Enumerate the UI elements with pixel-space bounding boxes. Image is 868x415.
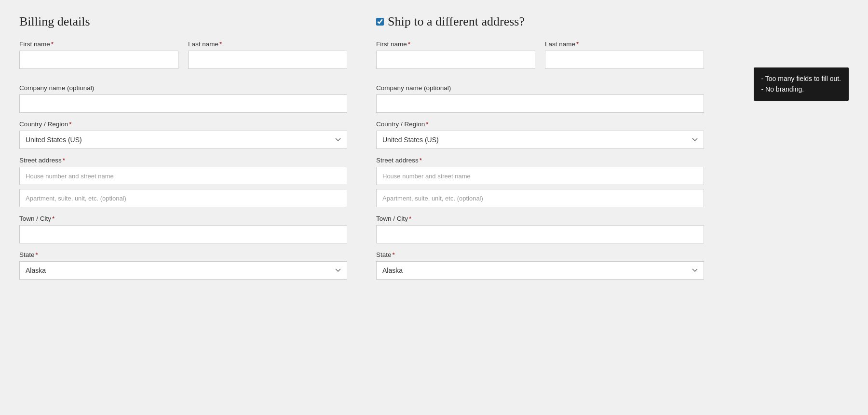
billing-city-group: Town / City* (19, 215, 347, 243)
billing-street-required: * (63, 157, 65, 164)
shipping-country-required: * (426, 120, 428, 128)
billing-company-input[interactable] (19, 94, 347, 113)
billing-section: Billing details First name* Last name* C… (19, 14, 347, 287)
shipping-first-name-input[interactable] (376, 51, 535, 69)
billing-last-name-input[interactable] (188, 51, 347, 69)
billing-first-name-label: First name* (19, 40, 178, 48)
page-wrapper: Billing details First name* Last name* C… (0, 0, 868, 302)
shipping-city-group: Town / City* (376, 215, 704, 243)
billing-street-input-2[interactable] (19, 189, 347, 207)
billing-city-label: Town / City* (19, 215, 347, 222)
shipping-state-label: State* (376, 251, 704, 258)
billing-title: Billing details (19, 14, 347, 29)
billing-city-input[interactable] (19, 225, 347, 243)
shipping-street-label: Street address* (376, 157, 704, 164)
billing-first-name-input[interactable] (19, 51, 178, 69)
shipping-state-group: State* Alaska (376, 251, 704, 280)
shipping-city-label: Town / City* (376, 215, 704, 222)
tooltip-line2: - No branding. (761, 84, 841, 94)
billing-name-row: First name* Last name* (19, 40, 347, 77)
shipping-last-name-group: Last name* (545, 40, 704, 69)
billing-city-required: * (52, 215, 54, 222)
billing-state-label: State* (19, 251, 347, 258)
billing-first-name-required: * (51, 40, 54, 48)
tooltip-box: - Too many fields to fill out. - No bran… (754, 67, 849, 101)
billing-state-group: State* Alaska (19, 251, 347, 280)
billing-street-label: Street address* (19, 157, 347, 164)
shipping-company-group: Company name (optional) (376, 84, 704, 113)
shipping-title: Ship to a different address? (388, 14, 525, 29)
shipping-first-name-group: First name* (376, 40, 535, 69)
shipping-last-name-required: * (576, 40, 579, 48)
billing-first-name-group: First name* (19, 40, 178, 69)
billing-state-required: * (36, 251, 38, 258)
tooltip-line1: - Too many fields to fill out. (761, 73, 841, 84)
billing-country-select[interactable]: United States (US) (19, 131, 347, 149)
shipping-last-name-input[interactable] (545, 51, 704, 69)
shipping-country-group: Country / Region* United States (US) (376, 120, 704, 149)
shipping-street-input-1[interactable] (376, 167, 704, 185)
billing-country-required: * (69, 120, 71, 128)
billing-company-label: Company name (optional) (19, 84, 347, 92)
billing-country-group: Country / Region* United States (US) (19, 120, 347, 149)
billing-street-input-1[interactable] (19, 167, 347, 185)
shipping-checkbox[interactable] (376, 18, 384, 26)
shipping-street-required: * (420, 157, 422, 164)
shipping-company-label: Company name (optional) (376, 84, 704, 92)
shipping-name-row: First name* Last name* (376, 40, 704, 77)
shipping-street-group: Street address* (376, 157, 704, 207)
shipping-state-select[interactable]: Alaska (376, 261, 704, 280)
shipping-country-select[interactable]: United States (US) (376, 131, 704, 149)
billing-company-group: Company name (optional) (19, 84, 347, 113)
billing-country-label: Country / Region* (19, 120, 347, 128)
shipping-city-required: * (409, 215, 411, 222)
shipping-section: Ship to a different address? First name*… (376, 14, 704, 287)
billing-state-select[interactable]: Alaska (19, 261, 347, 280)
shipping-first-name-required: * (408, 40, 410, 48)
billing-last-name-label: Last name* (188, 40, 347, 48)
billing-street-group: Street address* (19, 157, 347, 207)
shipping-state-required: * (393, 251, 395, 258)
shipping-company-input[interactable] (376, 94, 704, 113)
billing-last-name-required: * (219, 40, 222, 48)
shipping-first-name-label: First name* (376, 40, 535, 48)
billing-last-name-group: Last name* (188, 40, 347, 69)
shipping-header: Ship to a different address? (376, 14, 704, 29)
shipping-street-input-2[interactable] (376, 189, 704, 207)
shipping-country-label: Country / Region* (376, 120, 704, 128)
shipping-last-name-label: Last name* (545, 40, 704, 48)
shipping-city-input[interactable] (376, 225, 704, 243)
